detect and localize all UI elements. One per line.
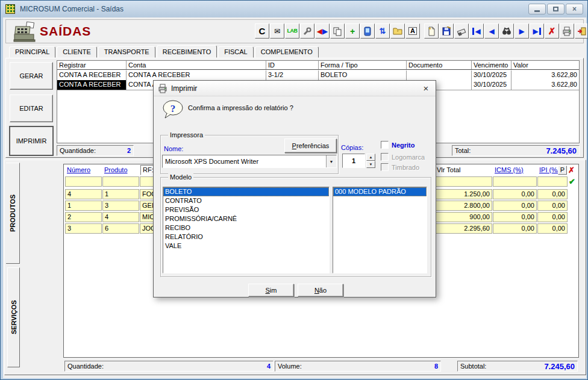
modelo-item-relatorio[interactable]: RELATÓRIO	[163, 232, 329, 241]
add-button[interactable]: +	[345, 23, 360, 39]
receivables-header: Registrar Conta ID Forma / Tipo Document…	[57, 61, 579, 70]
cell-id: 3-1/2	[266, 70, 319, 80]
pda-button[interactable]	[360, 23, 375, 39]
delete-record-button[interactable]: ✗	[545, 23, 559, 39]
modelo-item-promissoria[interactable]: PROMISSÓRIA/CARNÊ	[163, 214, 329, 223]
cell-conta: CONTA A RECEBER	[127, 70, 266, 80]
gerar-button[interactable]: GERAR	[10, 62, 53, 90]
editar-button[interactable]: EDITAR	[10, 95, 53, 122]
tab-fiscal[interactable]: FISCAL	[218, 46, 254, 58]
apply-filter-icon[interactable]: ✔	[569, 178, 575, 185]
produto-link[interactable]: Produto	[104, 166, 128, 173]
numero-link[interactable]: Número	[67, 166, 90, 173]
preferencias-button[interactable]: Preferências	[284, 139, 337, 153]
sim-button[interactable]: Sim	[248, 284, 294, 297]
new-record-button[interactable]: ✶	[424, 23, 439, 39]
print-button[interactable]	[560, 23, 574, 39]
lab-button[interactable]: LAB	[285, 23, 299, 39]
modelo-item-vale[interactable]: VALE	[163, 241, 329, 251]
transfer-button[interactable]: ◀▶	[315, 23, 330, 39]
print-dialog: Imprimir × ? Confirma a impressão do rel…	[153, 80, 436, 297]
tab-servicos[interactable]: SERVIÇOS	[7, 267, 20, 367]
next-record-button[interactable]: ▶	[514, 23, 529, 39]
tools-button[interactable]	[300, 23, 314, 39]
icms-link[interactable]: ICMS (%)	[495, 166, 524, 173]
quantidade-status-box: Quantidade: 4	[64, 361, 274, 372]
filter-produto[interactable]	[102, 176, 139, 187]
modelo-group-label: Modelo	[168, 173, 193, 181]
arrow-right-icon: ▶	[322, 28, 328, 35]
total-label: Total:	[455, 147, 471, 154]
erase-button[interactable]	[454, 23, 469, 39]
clear-filter-icon[interactable]: ✗	[568, 166, 575, 174]
tab-principal[interactable]: PRINCIPAL	[9, 46, 55, 58]
cell-produto: 6	[102, 223, 139, 234]
tab-recebimento[interactable]: RECEBIMENTO	[157, 45, 217, 58]
save-button[interactable]	[439, 23, 454, 39]
cell-documento	[407, 70, 472, 80]
exit-button[interactable]	[575, 23, 588, 39]
template-item-padrao[interactable]: 000 MODELO PADRÃO	[333, 187, 427, 196]
filter-numero[interactable]	[65, 176, 102, 187]
timbrado-label: Timbrado	[392, 164, 419, 171]
tab-produtos[interactable]: PRODUTOS	[6, 163, 20, 264]
modelo-item-recibo[interactable]: RECIBO	[163, 223, 329, 232]
receivable-row[interactable]: CONTA A RECEBER CONTA A RECEBER 3-1/2 BO…	[57, 70, 579, 80]
toolbar-group-1: C ✉ LAB ◀▶ +	[255, 23, 420, 39]
p-button[interactable]: P	[558, 166, 567, 175]
first-record-button[interactable]: ◀	[469, 23, 484, 39]
nao-button[interactable]: Não	[298, 284, 343, 297]
svg-text:?: ?	[170, 103, 176, 114]
modelo-item-boleto[interactable]: BOLETO	[163, 187, 329, 196]
last-record-button[interactable]: ▶	[530, 23, 544, 39]
logomarca-checkbox	[381, 153, 389, 161]
filter-ipi[interactable]	[537, 176, 568, 187]
negrito-checkbox[interactable]	[381, 141, 389, 149]
minimize-button[interactable]	[528, 4, 546, 14]
subtotal-value: 7.245,60	[544, 362, 575, 371]
volume-status-box: Volume: 8	[275, 361, 441, 372]
total-box: Total: 7.245,60	[452, 145, 580, 156]
cell-produto: 4	[102, 212, 139, 222]
logomarca-label: Logomarca	[392, 154, 425, 161]
negrito-label: Negrito	[392, 142, 415, 149]
folder-icon: *	[393, 26, 402, 36]
cell-valor: 3.622,80	[511, 80, 579, 90]
tab-cliente[interactable]: CLIENTE	[57, 46, 96, 58]
font-button[interactable]: A	[405, 23, 420, 39]
cell-numero: 4	[65, 189, 102, 199]
adjust-button[interactable]: ⇅	[375, 23, 390, 39]
tab-complemento[interactable]: COMPLEMENTO	[255, 46, 319, 58]
dialog-close-button[interactable]: ×	[420, 83, 432, 95]
subtotal-label: Subtotal:	[460, 363, 486, 370]
previous-icon: ◀	[489, 28, 494, 35]
printer-select[interactable]: Microsoft XPS Document Writer ▼	[162, 155, 337, 168]
cell-numero: 2	[65, 212, 102, 222]
copias-label: Cópias:	[341, 144, 363, 151]
spin-up-icon[interactable]: ▲	[366, 154, 375, 161]
cell-numero: 3	[65, 223, 102, 234]
c-button[interactable]: C	[255, 23, 269, 39]
modelo-item-previsao[interactable]: PREVISÃO	[163, 205, 329, 214]
save-icon	[442, 26, 451, 36]
cell-ipi: 0,00	[537, 223, 568, 234]
col-id: ID	[266, 61, 319, 69]
filter-icms[interactable]	[493, 176, 537, 187]
copy-button[interactable]	[330, 23, 345, 39]
tab-transporte[interactable]: TRANSPORTE	[98, 46, 155, 58]
mail-button[interactable]: ✉	[270, 23, 284, 39]
quantidade-label: Quantidade:	[67, 363, 104, 370]
last-icon: ▶	[533, 28, 540, 35]
spin-down-icon[interactable]: ▼	[366, 161, 375, 168]
copias-input[interactable]: 1	[342, 154, 365, 168]
imprimir-button[interactable]: IMPRIMIR	[9, 126, 54, 156]
col-vencimento: Vencimento	[472, 61, 511, 69]
filter-vlr[interactable]	[435, 176, 492, 187]
modelo-item-contrato[interactable]: CONTRATO	[163, 196, 329, 205]
chevron-down-icon[interactable]: ▼	[326, 155, 336, 167]
previous-record-button[interactable]: ◀	[484, 23, 499, 39]
close-button[interactable]: ×	[566, 4, 583, 14]
maximize-button[interactable]	[547, 4, 565, 14]
search-button[interactable]	[499, 23, 514, 39]
folder-button[interactable]: *	[390, 23, 405, 39]
